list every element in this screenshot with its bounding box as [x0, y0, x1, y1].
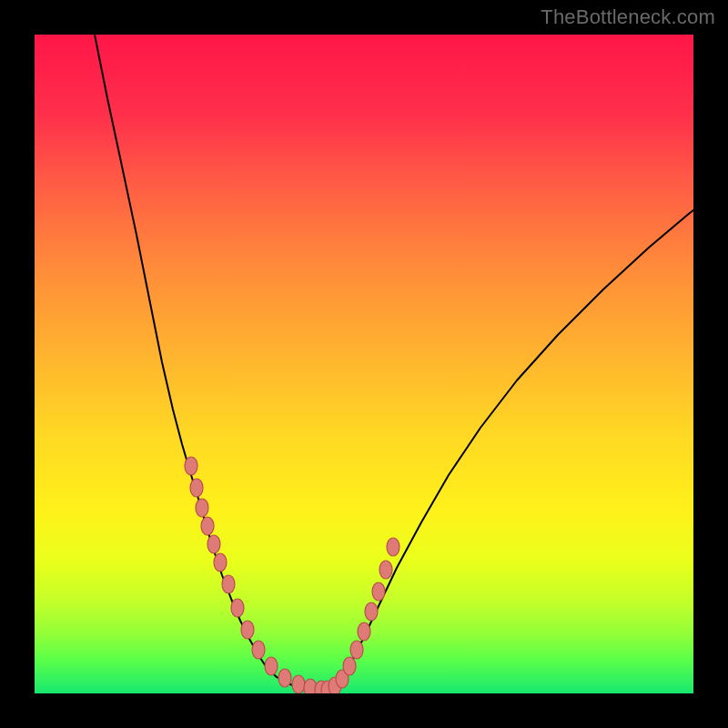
watermark-text: TheBottleneck.com: [541, 5, 715, 29]
plot-area: [35, 35, 693, 693]
marker-dot: [358, 622, 370, 641]
marker-group-right: [321, 538, 399, 693]
marker-dot: [231, 599, 244, 617]
marker-group-left: [185, 457, 328, 693]
marker-dot: [292, 675, 305, 693]
marker-dot: [241, 621, 254, 639]
marker-dot: [252, 641, 265, 659]
marker-dot: [379, 561, 392, 579]
marker-dot: [201, 517, 214, 535]
marker-dot: [190, 479, 203, 497]
marker-dot: [372, 582, 385, 601]
marker-dot: [343, 657, 356, 675]
marker-dot: [365, 602, 378, 621]
marker-dot: [214, 553, 227, 571]
marker-dot: [278, 669, 291, 687]
marker-dot: [350, 641, 363, 659]
curve-left-branch: [95, 35, 277, 677]
chart-svg: [35, 35, 693, 693]
marker-dot: [265, 657, 278, 675]
marker-dot: [196, 499, 208, 517]
marker-dot: [185, 457, 197, 475]
marker-dot: [207, 535, 220, 553]
marker-dot: [222, 575, 235, 593]
marker-dot: [387, 538, 399, 556]
chart-frame: TheBottleneck.com: [0, 0, 728, 728]
